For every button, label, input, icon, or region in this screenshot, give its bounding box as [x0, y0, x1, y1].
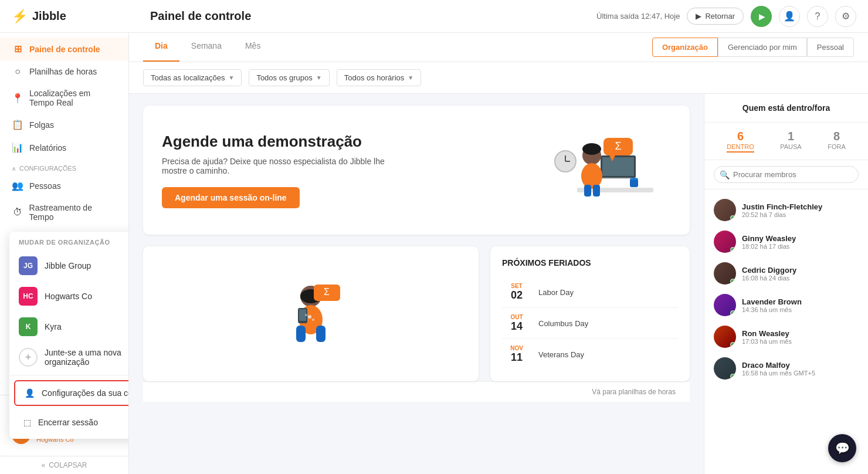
- collapse-button[interactable]: « COLAPSAR: [0, 456, 128, 474]
- sidebar-item-dashboard[interactable]: ⊞ Painel de controle: [0, 38, 128, 60]
- timesheets-icon: ○: [12, 66, 23, 77]
- status-tab-fora[interactable]: 8 FORA: [828, 130, 846, 153]
- svg-rect-21: [316, 326, 326, 342]
- sidebar-item-timesheets[interactable]: ○ Planilhas de horas: [0, 60, 128, 83]
- view-org-button[interactable]: Organização: [652, 38, 718, 57]
- org-item-jibble-group[interactable]: JG Jibble Group: [9, 250, 129, 281]
- filter-locations-button[interactable]: Todas as localizações ▼: [143, 69, 242, 86]
- org-avatar-hc: HC: [19, 287, 38, 306]
- footer-link[interactable]: Vá para planilhas de horas: [143, 381, 690, 402]
- org-dropdown: MUDAR DE ORGANIZAÇÃO JG Jibble Group HC …: [9, 232, 129, 439]
- online-dot-ginny: [730, 247, 735, 252]
- member-item-3: Cedric Diggory 16:08 há 24 dias: [704, 258, 868, 289]
- member-item-1: Justin Finch-Fletchley 20:52 há 7 dias: [704, 194, 868, 226]
- holiday-item-2: OUT 14 Columbus Day: [502, 308, 678, 339]
- avatar-cedric: [714, 262, 736, 285]
- svg-rect-8: [593, 185, 600, 197]
- right-panel-header: Quem está dentro/fora: [704, 94, 868, 123]
- help-icon-button[interactable]: ?: [807, 6, 828, 27]
- demo-title: Agende uma demonstração: [162, 133, 408, 151]
- tab-day[interactable]: Dia: [143, 33, 179, 62]
- sidebar-item-leaves[interactable]: 📋 Folgas: [0, 113, 128, 136]
- filter-groups-button[interactable]: Todos os grupos ▼: [249, 69, 329, 86]
- svg-point-13: [630, 178, 638, 180]
- retornar-button[interactable]: ▶ Retornar: [687, 8, 744, 25]
- search-members: 🔍: [704, 160, 868, 189]
- status-tab-pausa[interactable]: 1 PAUSA: [780, 130, 801, 153]
- logo-area: ⚡ Jibble: [12, 9, 141, 24]
- play-button[interactable]: [751, 6, 772, 27]
- svg-text:Σ: Σ: [615, 140, 621, 152]
- member-info-draco: Draco Malfoy 16:58 há um mês GMT+5: [742, 361, 859, 377]
- collapse-arrows-icon: «: [41, 461, 45, 469]
- svg-rect-12: [630, 179, 638, 187]
- content-header: Dia Semana Mês Organização Gerenciado po…: [129, 33, 868, 62]
- filters-bar: Todas as localizações ▼ Todos os grupos …: [129, 62, 868, 94]
- avatar-draco: [714, 357, 736, 380]
- filter-hours-button[interactable]: Todos os horários ▼: [337, 69, 422, 86]
- svg-point-26: [308, 315, 311, 319]
- content-area: Dia Semana Mês Organização Gerenciado po…: [129, 33, 868, 474]
- chat-widget-button[interactable]: 💬: [828, 434, 856, 462]
- settings-icon-button[interactable]: ⚙: [835, 6, 856, 27]
- holidays-card: PRÓXIMOS FERIADOS SET 02 Labor Day OUT: [490, 246, 690, 381]
- main-layout: ⊞ Painel de controle ○ Planilhas de hora…: [0, 33, 868, 474]
- sidebar-item-locations-rt[interactable]: 📍 Localizações em Tempo Real: [0, 83, 128, 113]
- tabs: Dia Semana Mês: [143, 33, 272, 62]
- svg-text:Σ: Σ: [324, 287, 330, 297]
- search-icon: 🔍: [720, 170, 730, 180]
- account-settings-button[interactable]: 👤 Configurações da sua conta: [14, 380, 129, 406]
- dashboard-icon: ⊞: [12, 43, 23, 55]
- leaves-icon: 📋: [12, 119, 23, 130]
- join-org-button[interactable]: + Junte-se a uma nova organização: [9, 342, 129, 373]
- tab-month[interactable]: Mês: [233, 33, 272, 62]
- org-avatar-k: K: [19, 317, 38, 336]
- svg-point-27: [312, 319, 314, 321]
- svg-rect-7: [584, 185, 591, 197]
- logout-icon: ⬚: [23, 418, 31, 427]
- chevron-icon: ∧: [12, 165, 16, 172]
- org-item-hogwarts[interactable]: HC Hogwarts Co ✓: [9, 281, 129, 312]
- search-wrapper: 🔍: [714, 166, 859, 183]
- right-panel: Quem está dentro/fora 6 DENTRO 1 PAUSA 8…: [704, 94, 868, 474]
- member-info-ron: Ron Weasley 17:03 há um mês: [742, 329, 859, 345]
- online-dot-lavender: [730, 310, 735, 316]
- sidebar-item-people[interactable]: 👥 Pessoas: [0, 174, 128, 197]
- org-label-jg: Jibble Group: [45, 261, 91, 270]
- main-content: Agende uma demonstração Precisa de ajuda…: [129, 94, 868, 474]
- dropdown-divider: [9, 375, 129, 375]
- status-tab-dentro[interactable]: 6 DENTRO: [727, 130, 754, 153]
- logout-button[interactable]: ⬚ Encerrar sessão: [14, 411, 129, 434]
- view-personal-button[interactable]: Pessoal: [807, 38, 854, 57]
- sidebar: ⊞ Painel de controle ○ Planilhas de hora…: [0, 33, 129, 474]
- member-item-5: Ron Weasley 17:03 há um mês: [704, 321, 868, 353]
- search-input[interactable]: [714, 166, 859, 183]
- location-rt-icon: 📍: [12, 93, 23, 104]
- svg-rect-3: [602, 157, 634, 176]
- view-managed-button[interactable]: Gerenciado por mim: [718, 38, 807, 57]
- user-icon-button[interactable]: 👤: [779, 6, 800, 27]
- member-item-2: Ginny Weasley 18:02 há 17 dias: [704, 226, 868, 258]
- online-dot-draco: [730, 374, 735, 379]
- sidebar-item-time-tracking[interactable]: ⏱ Rastreamento de Tempo: [0, 197, 128, 228]
- holiday-date-3: NOV 11: [502, 345, 531, 364]
- svg-point-5: [582, 143, 601, 155]
- view-toggle: Organização Gerenciado por mim Pessoal: [652, 33, 854, 62]
- topbar: ⚡ Jibble Painel de controle Última saída…: [0, 0, 868, 33]
- config-icon: 👤: [25, 388, 35, 398]
- member-info-ginny: Ginny Weasley 18:02 há 17 dias: [742, 234, 859, 250]
- sidebar-item-reports[interactable]: 📊 Relatórios: [0, 136, 128, 159]
- member-info-lavender: Lavender Brown 14:36 há um mês: [742, 297, 859, 313]
- caret-icon-3: ▼: [408, 75, 413, 81]
- avatar-lavender: [714, 294, 736, 316]
- logo-icon: ⚡: [12, 9, 28, 24]
- schedule-demo-button[interactable]: Agendar uma sessão on-line: [162, 187, 300, 208]
- settings-section: ∧ Configurações: [0, 159, 128, 174]
- last-out-text: Última saída 12:47, Hoje: [596, 12, 680, 21]
- org-item-kyra[interactable]: K Kyra: [9, 312, 129, 342]
- tab-week[interactable]: Semana: [179, 33, 233, 62]
- members-list: Justin Finch-Fletchley 20:52 há 7 dias G…: [704, 189, 868, 474]
- logout-label: Encerrar sessão: [38, 418, 98, 427]
- join-label: Junte-se a uma nova organização: [45, 348, 129, 367]
- member-info-cedric: Cedric Diggory 16:08 há 24 dias: [742, 266, 859, 282]
